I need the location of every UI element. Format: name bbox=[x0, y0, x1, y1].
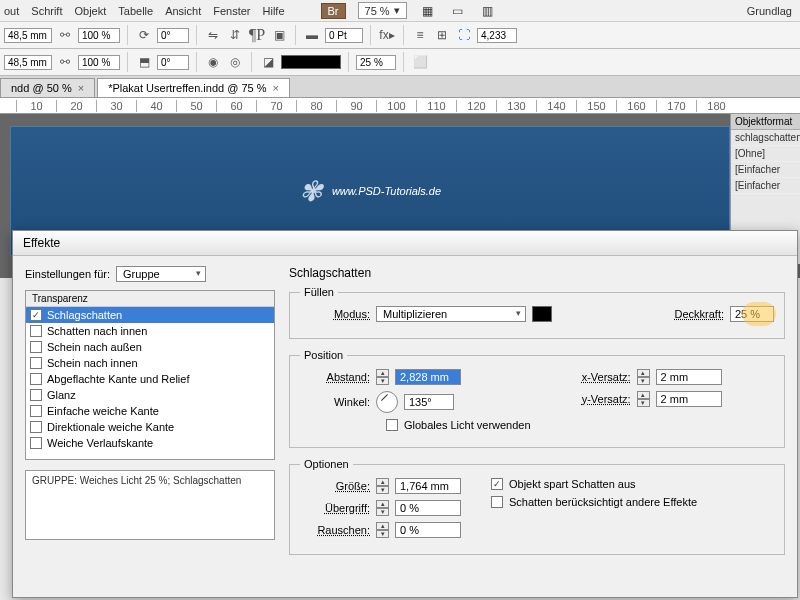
angle-input[interactable] bbox=[404, 394, 454, 410]
document-tabs: ndd @ 50 %× *Plakat Usertreffen.indd @ 7… bbox=[0, 76, 800, 98]
dialog-title: Effekte bbox=[13, 231, 797, 256]
color-swatch[interactable] bbox=[532, 306, 552, 322]
paragraph-icon[interactable]: ¶P bbox=[248, 26, 266, 44]
stepper[interactable]: ▴▾ bbox=[637, 391, 650, 407]
checkbox-icon[interactable] bbox=[30, 373, 42, 385]
control-toolbar-2: ⚯ ⬒ ◉ ◎ ◪ ⬜ bbox=[0, 49, 800, 76]
panel-item[interactable]: [Einfacher bbox=[731, 162, 800, 178]
fill-fieldset: Füllen Modus: Multiplizieren Deckkraft: bbox=[289, 286, 785, 339]
opacity-field[interactable] bbox=[356, 55, 396, 70]
checkbox-icon[interactable] bbox=[30, 357, 42, 369]
checkbox-icon[interactable] bbox=[30, 437, 42, 449]
effect-row[interactable]: Glanz bbox=[26, 387, 274, 403]
align-icon[interactable]: ≡ bbox=[411, 26, 429, 44]
stepper[interactable]: ▴▾ bbox=[376, 522, 389, 538]
shear-field[interactable] bbox=[157, 55, 189, 70]
honors-label: Schatten berücksichtigt andere Effekte bbox=[509, 496, 697, 508]
x-field[interactable] bbox=[4, 28, 52, 43]
panel-item[interactable]: [Einfacher bbox=[731, 178, 800, 194]
select-content-icon[interactable]: ◉ bbox=[204, 53, 222, 71]
wrap-icon[interactable]: ▣ bbox=[270, 26, 288, 44]
y-field[interactable] bbox=[4, 55, 52, 70]
panel-item[interactable]: schlagschatten bbox=[731, 130, 800, 146]
effect-row[interactable]: Weiche Verlaufskante bbox=[26, 435, 274, 451]
angle-label: Winkel: bbox=[300, 396, 370, 408]
crop-icon[interactable]: ⛶ bbox=[455, 26, 473, 44]
yoffset-input[interactable] bbox=[656, 391, 722, 407]
close-icon[interactable]: × bbox=[272, 82, 278, 94]
view-mode-icon[interactable]: ▦ bbox=[419, 2, 437, 20]
menu-item[interactable]: out bbox=[4, 5, 19, 17]
settings-for-dropdown[interactable]: Gruppe bbox=[116, 266, 206, 282]
screen-mode-icon[interactable]: ▭ bbox=[449, 2, 467, 20]
corner-style-icon[interactable]: ⬜ bbox=[411, 53, 429, 71]
settings-for-label: Einstellungen für: bbox=[25, 268, 110, 280]
effect-row[interactable]: Abgeflachte Kante und Relief bbox=[26, 371, 274, 387]
checkbox-icon[interactable]: ✓ bbox=[30, 309, 42, 321]
stepper[interactable]: ▴▾ bbox=[637, 369, 650, 385]
fx-icon[interactable]: fx▸ bbox=[378, 26, 396, 44]
stroke-weight[interactable] bbox=[325, 28, 363, 43]
zoom-dropdown[interactable]: 75 % ▾ bbox=[358, 2, 407, 19]
menu-item[interactable]: Objekt bbox=[74, 5, 106, 17]
list-header: Transparenz bbox=[26, 291, 274, 307]
checkbox-icon[interactable] bbox=[30, 405, 42, 417]
checkbox-icon[interactable] bbox=[30, 421, 42, 433]
checkbox-icon[interactable] bbox=[30, 325, 42, 337]
checkbox-icon[interactable] bbox=[30, 341, 42, 353]
arrange-icon[interactable]: ▥ bbox=[479, 2, 497, 20]
bridge-button[interactable]: Br bbox=[321, 3, 346, 19]
checkbox-icon[interactable]: ✓ bbox=[491, 478, 503, 490]
checkbox-icon[interactable] bbox=[386, 419, 398, 431]
close-icon[interactable]: × bbox=[78, 82, 84, 94]
corner-field[interactable] bbox=[477, 28, 517, 43]
link-icon[interactable]: ⚯ bbox=[56, 53, 74, 71]
flip-h-icon[interactable]: ⇋ bbox=[204, 26, 222, 44]
fill-swatch-icon[interactable]: ◪ bbox=[259, 53, 277, 71]
distance-input[interactable] bbox=[395, 369, 461, 385]
effect-row[interactable]: Schein nach innen bbox=[26, 355, 274, 371]
stepper[interactable]: ▴▾ bbox=[376, 369, 389, 385]
rotate-cw-icon[interactable]: ⟳ bbox=[135, 26, 153, 44]
noise-input[interactable] bbox=[395, 522, 461, 538]
size-input[interactable] bbox=[395, 478, 461, 494]
menu-item[interactable]: Tabelle bbox=[118, 5, 153, 17]
doc-tab[interactable]: ndd @ 50 %× bbox=[0, 78, 95, 97]
mode-label: Modus: bbox=[300, 308, 370, 320]
angle-dial[interactable] bbox=[376, 391, 398, 413]
flip-v-icon[interactable]: ⇵ bbox=[226, 26, 244, 44]
opacity-input[interactable] bbox=[730, 306, 774, 322]
stroke-icon[interactable]: ▬ bbox=[303, 26, 321, 44]
checkbox-icon[interactable] bbox=[491, 496, 503, 508]
scale-x-field[interactable] bbox=[78, 28, 120, 43]
menu-item[interactable]: Hilfe bbox=[263, 5, 285, 17]
mode-dropdown[interactable]: Multiplizieren bbox=[376, 306, 526, 322]
options-fieldset: Optionen Größe: ▴▾ Übergriff: ▴▾ bbox=[289, 458, 785, 555]
panel-item[interactable]: [Ohne] bbox=[731, 146, 800, 162]
control-toolbar: ⚯ ⟳ ⇋ ⇵ ¶P ▣ ▬ fx▸ ≡ ⊞ ⛶ bbox=[0, 22, 800, 49]
effect-row[interactable]: Einfache weiche Kante bbox=[26, 403, 274, 419]
menu-item[interactable]: Ansicht bbox=[165, 5, 201, 17]
effect-row[interactable]: Schatten nach innen bbox=[26, 323, 274, 339]
rotate-field[interactable] bbox=[157, 28, 189, 43]
size-label: Größe: bbox=[300, 480, 370, 492]
xoffset-input[interactable] bbox=[656, 369, 722, 385]
link-icon[interactable]: ⚯ bbox=[56, 26, 74, 44]
scale-y-field[interactable] bbox=[78, 55, 120, 70]
menu-item[interactable]: Fenster bbox=[213, 5, 250, 17]
shear-icon[interactable]: ⬒ bbox=[135, 53, 153, 71]
stroke-style[interactable] bbox=[281, 55, 341, 69]
effect-row[interactable]: Schein nach außen bbox=[26, 339, 274, 355]
doc-tab[interactable]: *Plakat Usertreffen.indd @ 75 %× bbox=[97, 78, 290, 97]
stepper[interactable]: ▴▾ bbox=[376, 500, 389, 516]
spread-input[interactable] bbox=[395, 500, 461, 516]
global-light-label: Globales Licht verwenden bbox=[404, 419, 531, 431]
checkbox-icon[interactable] bbox=[30, 389, 42, 401]
effect-row[interactable]: Direktionale weiche Kante bbox=[26, 419, 274, 435]
select-container-icon[interactable]: ◎ bbox=[226, 53, 244, 71]
menu-item[interactable]: Schrift bbox=[31, 5, 62, 17]
workspace-switcher[interactable]: Grundlag bbox=[747, 5, 792, 17]
effect-row-schlagschatten[interactable]: ✓Schlagschatten bbox=[26, 307, 274, 323]
distribute-icon[interactable]: ⊞ bbox=[433, 26, 451, 44]
stepper[interactable]: ▴▾ bbox=[376, 478, 389, 494]
